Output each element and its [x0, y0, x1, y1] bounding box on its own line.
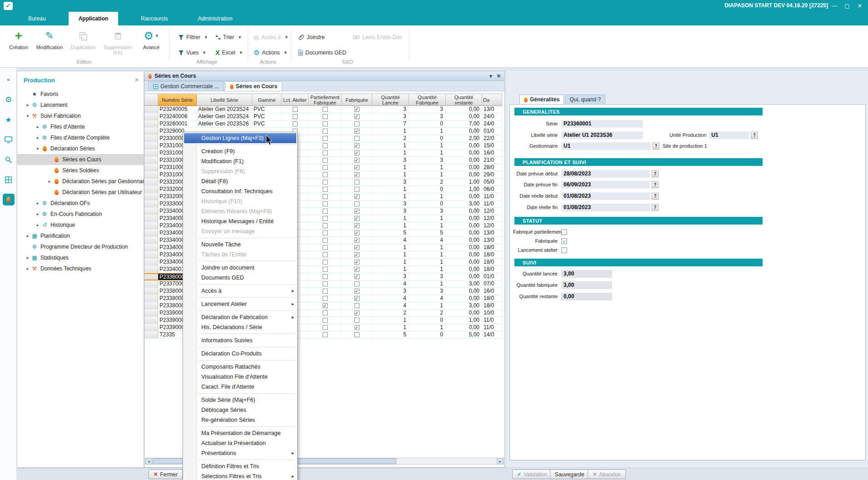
- checkbox[interactable]: [323, 274, 328, 279]
- checkbox[interactable]: [323, 325, 328, 330]
- checkbox[interactable]: [354, 180, 359, 185]
- joindre-button[interactable]: Joindre: [298, 32, 324, 43]
- checkbox[interactable]: [354, 303, 359, 308]
- column-header-da[interactable]: Da: [482, 94, 502, 106]
- checkbox[interactable]: [293, 107, 298, 112]
- checkbox[interactable]: ✓: [354, 223, 359, 228]
- checkbox[interactable]: ✓: [354, 114, 359, 119]
- menu-item-d-blocage-s-ries[interactable]: Déblocage Séries: [183, 405, 297, 415]
- checkbox[interactable]: ✓: [354, 260, 359, 265]
- checkbox[interactable]: [323, 318, 328, 323]
- tree-expander-icon[interactable]: ▸: [35, 125, 41, 129]
- tab-series-en-cours[interactable]: Séries en Cours: [225, 81, 282, 91]
- checkbox[interactable]: ✓: [354, 107, 359, 112]
- column-header-num-ro-s-rie[interactable]: Numéro Série: [158, 94, 197, 106]
- date-prevue-debut-field[interactable]: 28/08/2023: [561, 170, 650, 178]
- collapse-sidebar-button[interactable]: «: [0, 73, 17, 86]
- checkbox[interactable]: [323, 310, 328, 315]
- checkbox[interactable]: ✓: [323, 303, 328, 308]
- duplication-button[interactable]: Duplication: [68, 28, 98, 56]
- excel-button[interactable]: X Excel▼: [215, 47, 243, 58]
- tree-expander-icon[interactable]: ▸: [35, 223, 41, 227]
- sidebar-item-lancement[interactable]: ▸⚙Lancement: [17, 100, 144, 110]
- tab-bureau[interactable]: Bureau: [21, 12, 53, 25]
- table-row[interactable]: P23260001Atelier Gen 2023S26PVC707,0024/…: [145, 120, 502, 128]
- checkbox[interactable]: [293, 114, 298, 119]
- sidebar-item-donn-es-techniques[interactable]: ▸⚒Données Techniques: [17, 263, 144, 274]
- abandon-button[interactable]: ✕ Abandon: [588, 470, 626, 479]
- tree-expander-icon[interactable]: ▸: [25, 234, 31, 238]
- tree-expander-icon[interactable]: ▸: [35, 201, 41, 205]
- menu-item-d-tail-f8[interactable]: Détail (F8): [183, 176, 297, 186]
- unite-production-field[interactable]: U1: [709, 131, 749, 139]
- acces-a-button[interactable]: ◎ Accès à▼: [254, 32, 289, 43]
- checkbox[interactable]: [323, 129, 328, 134]
- checkbox[interactable]: ✓: [354, 209, 359, 214]
- menu-item-t-ches-de-l-entit[interactable]: Tâches de l'Entité: [183, 250, 297, 260]
- menu-item-lancement-atelier[interactable]: Lancement Atelier▸: [183, 299, 297, 309]
- sidebar-item-d-claration-s-ries[interactable]: ▾Déclaration Séries: [17, 143, 144, 154]
- validation-button[interactable]: ✓ Validation: [512, 470, 552, 479]
- fabrique-partiellement-checkbox[interactable]: [561, 229, 567, 235]
- checkbox[interactable]: [323, 223, 328, 228]
- sidebar-item-d-claration-s-ries-par-utilisateur[interactable]: Déclaration Séries par Utilisateur: [17, 187, 144, 198]
- trier-button[interactable]: Trier▼: [215, 32, 242, 43]
- tab-gestion-commerciale[interactable]: Gestion Commerciale ...: [148, 81, 224, 91]
- avance-button[interactable]: ⚙▼ Avancé: [136, 28, 166, 56]
- vues-button[interactable]: Vues▼: [178, 47, 206, 58]
- checkbox[interactable]: ✓: [354, 238, 359, 243]
- checkbox[interactable]: [323, 289, 328, 294]
- checkbox[interactable]: [323, 267, 328, 272]
- table-row[interactable]: P23240005Atelier Gen 2023S24PVC✓330,0013…: [145, 106, 502, 113]
- checkbox[interactable]: ✓: [354, 216, 359, 221]
- checkbox[interactable]: ✓: [354, 289, 359, 294]
- tree-expander-icon[interactable]: ▸: [35, 135, 41, 140]
- menu-item-informations-suivies[interactable]: Informations Suivies: [183, 335, 297, 345]
- sidebar-item-programme-directeur-de-production[interactable]: ⚙Programme Directeur de Production: [17, 241, 144, 252]
- menu-item-visualisation-file-d-attente[interactable]: Visualisation File d'Attente: [183, 372, 297, 382]
- menu-item-composants-rattach-s[interactable]: Composants Rattachés: [183, 362, 297, 372]
- menu-item-el-ments-r-cents-maj-f8[interactable]: Eléments Récents (Maj+F8): [183, 206, 297, 216]
- column-header-fabriqu-e[interactable]: Fabriquée: [342, 94, 372, 106]
- actions-button[interactable]: ⚙ Actions▼: [254, 47, 288, 58]
- sidebar-item-planification[interactable]: ▸▦Planification: [17, 230, 144, 241]
- scroll-right-arrow[interactable]: ▸: [497, 458, 504, 464]
- filtrer-button[interactable]: Filtrer▼: [178, 32, 208, 43]
- scroll-left-arrow[interactable]: ◂: [145, 458, 152, 464]
- tab-qui-quand[interactable]: Qui, quand ?: [565, 95, 605, 104]
- menu-item-nouvelle-t-che[interactable]: Nouvelle Tâche: [183, 240, 297, 250]
- menu-item-d-finition-filtres-et-tris[interactable]: Définition Filtres et Tris: [183, 461, 297, 471]
- calendar-help-button[interactable]: ?: [652, 181, 658, 188]
- checkbox[interactable]: [323, 238, 328, 243]
- checkbox[interactable]: [323, 201, 328, 206]
- lancement-atelier-checkbox[interactable]: [561, 247, 567, 253]
- menu-item-pr-sentations[interactable]: Présentations▸: [183, 448, 297, 458]
- tree-expander-icon[interactable]: ▸: [25, 255, 31, 260]
- menu-item-ma-pr-sentation-de-d-marrage[interactable]: Ma Présentation de Démarrage: [183, 428, 297, 438]
- checkbox[interactable]: [354, 332, 359, 337]
- column-header-selector[interactable]: [145, 94, 158, 106]
- checkbox[interactable]: [323, 332, 328, 337]
- sidebar-item-s-ries-en-cours[interactable]: Séries en Cours: [17, 154, 144, 165]
- checkbox[interactable]: ✓: [354, 252, 359, 257]
- checkbox[interactable]: ✓: [354, 296, 359, 301]
- checkbox[interactable]: [323, 260, 328, 265]
- suppression-button[interactable]: Suppression (F6): [103, 28, 133, 56]
- checkbox[interactable]: [323, 216, 328, 221]
- menu-item-solde-s-rie-maj-f6[interactable]: Solde Série (Maj+F6): [183, 395, 297, 405]
- menu-item-historique-messages-entit[interactable]: Historique Messages / Entité: [183, 216, 297, 226]
- menu-item-re-g-n-ration-s-ries[interactable]: Re-génération Séries: [183, 415, 297, 425]
- checkbox[interactable]: ✓: [354, 129, 359, 134]
- menu-item-cr-ation-f9[interactable]: Création (F9): [183, 146, 297, 156]
- sidebar-item-d-claration-ofs[interactable]: ▸⚙Déclaration OFs: [17, 198, 144, 209]
- menu-item-gestion-lignes-maj-f3[interactable]: Gestion Lignes (Maj+F3): [184, 133, 296, 143]
- menu-item-d-claration-de-fabrication[interactable]: Déclaration de Fabrication▸: [183, 312, 297, 322]
- checkbox[interactable]: ✓: [354, 172, 359, 177]
- grid-icon[interactable]: [0, 173, 17, 186]
- table-row[interactable]: P23240006Atelier Gen 2023S24PVC✓330,0024…: [145, 113, 502, 120]
- modification-button[interactable]: ✎ Modification: [35, 28, 65, 56]
- sidebar-item-historique[interactable]: ▸↺Historique: [17, 220, 144, 230]
- menu-item-documents-ged[interactable]: Documents GED: [183, 273, 297, 283]
- fabriquee-checkbox[interactable]: ✓: [561, 238, 567, 244]
- tab-raccourcis[interactable]: Raccourcis: [134, 12, 175, 25]
